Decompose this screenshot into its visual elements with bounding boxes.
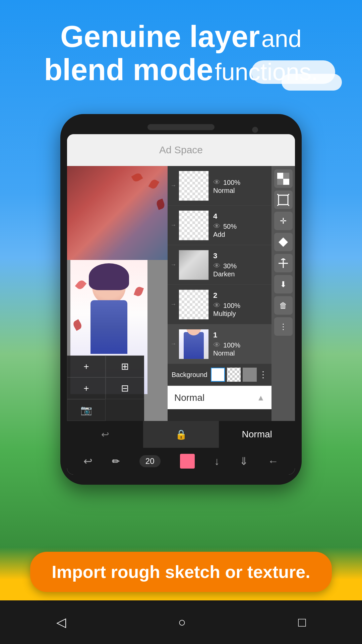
layer-opacity-4: 50% xyxy=(223,223,237,230)
brush-size-number[interactable]: 20 xyxy=(139,455,161,467)
resize-tool-button[interactable] xyxy=(274,254,293,272)
bg-more-options[interactable]: ⋮ xyxy=(259,370,267,380)
layer-thumbnail-1 xyxy=(179,329,209,359)
layer-blend-2: Multiply xyxy=(213,310,270,318)
app-content: + ⊞ + ⊟ 📷 ↓ xyxy=(67,166,295,421)
svg-line-6 xyxy=(288,194,289,195)
layer-number-2: 2 xyxy=(213,291,217,300)
layer-opacity-2: 100% xyxy=(223,302,240,310)
eye-icon-top[interactable]: 👁 xyxy=(213,178,221,187)
undo-tool-icon[interactable]: ↩ xyxy=(83,455,93,468)
layer-move-icon-4: ↓ xyxy=(168,224,179,227)
layer-item-top[interactable]: ↓ 👁 100% Normal xyxy=(168,166,272,206)
layer-thumbnail-3 xyxy=(179,250,209,280)
layer-item-3[interactable]: ↓ 3 👁 30% Darken xyxy=(168,245,272,285)
layer-number-4: 4 xyxy=(213,212,217,220)
header-line1-bold: Genuine layer xyxy=(60,20,260,53)
layer-move-icon: ↓ xyxy=(168,184,179,187)
bg-swatch-white[interactable] xyxy=(211,368,225,382)
eye-icon-4[interactable]: 👁 xyxy=(213,222,221,231)
svg-line-5 xyxy=(277,194,279,195)
camera-button[interactable]: 📷 xyxy=(67,399,106,421)
bg-swatch-dark[interactable] xyxy=(243,368,257,382)
nav-recent-button[interactable]: □ xyxy=(298,615,306,630)
bg-swatch-checker[interactable] xyxy=(227,368,241,382)
app-toolbar-strip: ↩ ✏ 20 ↓ ⇓ ← xyxy=(67,448,295,475)
back-arrow-icon[interactable]: ← xyxy=(268,455,279,468)
layer-item-1[interactable]: ↓ 1 👁 100% xyxy=(168,324,272,364)
double-arrow-icon[interactable]: ⇓ xyxy=(239,455,248,468)
bottom-tab-normal[interactable]: Normal xyxy=(219,421,295,448)
layers-panel: ↓ 👁 100% Normal ↓ xyxy=(168,166,272,421)
svg-rect-3 xyxy=(283,179,289,185)
layer-blend-4: Add xyxy=(213,231,270,238)
phone-camera xyxy=(252,127,258,133)
layer-opacity-1: 100% xyxy=(223,341,240,349)
layer-item-4[interactable]: ↓ 4 👁 50% Add xyxy=(168,206,272,245)
layer-thumbnail-4 xyxy=(179,210,209,240)
svg-marker-10 xyxy=(283,237,288,247)
background-row: Background ⋮ xyxy=(168,364,272,386)
layer-info-top: 👁 100% Normal xyxy=(212,175,272,196)
bottom-navigation: ◁ ○ □ xyxy=(0,600,362,644)
nav-back-button[interactable]: ◁ xyxy=(56,615,66,630)
add-layer-button[interactable]: + xyxy=(67,356,106,377)
layer-number-1: 1 xyxy=(213,331,217,339)
bottom-tab-bar: ↩ 🔒 Normal xyxy=(67,421,295,448)
phone-speaker xyxy=(147,124,215,130)
layer-visibility-4: 👁 50% xyxy=(213,222,270,231)
add-layer2-button[interactable]: + xyxy=(67,377,106,399)
canvas-area[interactable]: + ⊞ + ⊟ 📷 xyxy=(67,166,168,421)
merge-layer-button[interactable]: ⊞ xyxy=(106,356,144,377)
layer-item-2[interactable]: ↓ 2 👁 100% Multiply xyxy=(168,285,272,324)
banner-text: Import rough sketch or texture. xyxy=(52,562,310,582)
orange-banner: Import rough sketch or texture. xyxy=(30,552,332,592)
blend-scroll-icon[interactable]: ▲ xyxy=(257,393,265,402)
layer-info-4: 4 👁 50% Add xyxy=(212,210,272,240)
eye-icon-2[interactable]: 👁 xyxy=(213,301,221,310)
layer-blend-1: Normal xyxy=(213,350,270,357)
layer-number-3: 3 xyxy=(213,252,217,260)
layer-move-icon-1: ↓ xyxy=(168,342,179,345)
layer-visibility-3: 👁 30% xyxy=(213,262,270,270)
transform-tool-button[interactable] xyxy=(274,191,293,209)
eye-icon-3[interactable]: 👁 xyxy=(213,262,221,270)
bottom-tab-undo[interactable]: ↩ xyxy=(67,421,143,448)
svg-rect-4 xyxy=(279,195,288,205)
background-label: Background xyxy=(172,371,207,379)
petal-1 xyxy=(148,178,159,190)
svg-rect-2 xyxy=(277,179,283,185)
delete-tool-button[interactable]: 🗑 xyxy=(274,296,293,315)
tool-panel: + ⊞ + ⊟ 📷 xyxy=(67,356,144,421)
header-line1-normal: and xyxy=(261,25,302,52)
more-tool-button[interactable]: ⋮ xyxy=(274,317,293,336)
layer-thumbnail-2 xyxy=(179,289,209,320)
checkerboard-tool-button[interactable] xyxy=(274,169,293,188)
svg-line-7 xyxy=(277,205,279,206)
layer-move-icon-2: ↓ xyxy=(168,303,179,306)
header-line2-normal: functions. xyxy=(215,58,318,85)
brush-tool-icon[interactable]: ✏ xyxy=(112,456,120,467)
header-line2-bold: blend mode xyxy=(44,53,213,87)
layer-visibility-2: 👁 100% xyxy=(213,301,270,310)
flip-tool-button[interactable] xyxy=(274,233,293,251)
phone-screen: Ad Space xyxy=(67,134,295,475)
svg-marker-9 xyxy=(279,237,283,247)
arrow-down-icon[interactable]: ↓ xyxy=(214,455,220,468)
svg-rect-1 xyxy=(283,173,289,179)
layer-blend-3: Darken xyxy=(213,270,270,278)
layer-thumbnail-top xyxy=(179,171,209,201)
eye-icon-1[interactable]: 👁 xyxy=(213,341,221,350)
blend-mode-bar: Normal ▲ xyxy=(168,386,272,409)
download-tool-button[interactable]: ⬇ xyxy=(274,275,293,293)
bottom-tab-layers[interactable]: 🔒 xyxy=(143,421,219,448)
layer-visibility-1: 👁 100% xyxy=(213,341,270,350)
move-tool-button[interactable]: ✛ xyxy=(274,212,293,230)
right-toolbar: ✛ ⬇ 🗑 xyxy=(272,166,295,421)
ad-space-label: Ad Space xyxy=(159,144,203,156)
blend-mode-text[interactable]: Normal xyxy=(174,392,257,403)
color-swatch[interactable] xyxy=(180,454,195,469)
flatten-button[interactable]: ⊟ xyxy=(106,377,144,399)
nav-home-button[interactable]: ○ xyxy=(178,615,186,630)
petal-2 xyxy=(156,199,166,210)
